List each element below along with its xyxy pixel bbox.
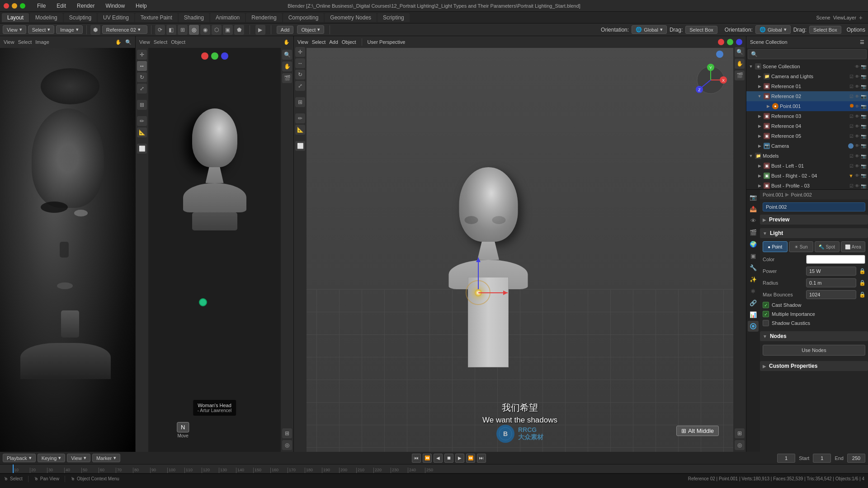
r02-vis-check[interactable]: ☑ bbox=[849, 94, 854, 99]
r04-vis-check[interactable]: ☑ bbox=[849, 124, 854, 129]
main-vp-view-menu[interactable]: View bbox=[297, 39, 308, 45]
left-vp-icon-pan[interactable]: ✋ bbox=[115, 39, 122, 45]
models-vis-eye[interactable]: 👁 bbox=[855, 154, 859, 159]
bp-vis-check[interactable]: ☑ bbox=[849, 183, 854, 188]
play-reverse-button[interactable]: ◀ bbox=[434, 454, 443, 463]
left-vp-view-menu[interactable]: View bbox=[4, 39, 14, 45]
toolbar-icon-2[interactable]: ◧ bbox=[166, 25, 176, 35]
jump-start-button[interactable]: ⏮ bbox=[412, 454, 421, 463]
tree-bust-profile[interactable]: ▶ ▣ Bust - Profile - 03 ☑ 👁 📷 bbox=[746, 181, 868, 190]
prop-tab-modifier[interactable]: 🔧 bbox=[748, 262, 759, 273]
marker-menu[interactable]: Marker ▾ bbox=[92, 454, 120, 462]
add-menu[interactable]: Add bbox=[277, 26, 294, 34]
mid-vp-view-menu[interactable]: View bbox=[139, 39, 150, 45]
r03-vis-eye[interactable]: 👁 bbox=[855, 114, 859, 119]
r01-vis-check[interactable]: ☑ bbox=[849, 84, 854, 89]
mid-right-overlay[interactable]: ◎ bbox=[282, 440, 292, 450]
main-right-pan[interactable]: ✋ bbox=[735, 59, 745, 69]
toolbar-icon-4[interactable]: ◎ bbox=[189, 25, 199, 35]
menu-window[interactable]: Window bbox=[103, 2, 127, 10]
tab-uv-editing[interactable]: UV Editing bbox=[98, 13, 134, 22]
window-controls[interactable] bbox=[4, 3, 25, 9]
select-menu[interactable]: Select ▾ bbox=[28, 25, 55, 34]
cam-vis-eye[interactable]: 👁 bbox=[855, 143, 859, 149]
nodes-header[interactable]: ▼ Nodes bbox=[760, 331, 868, 341]
r02-vis-render[interactable]: 📷 bbox=[861, 94, 866, 99]
r02-vis-eye[interactable]: 👁 bbox=[855, 94, 859, 99]
nav-gizmo[interactable]: X Y Z bbox=[694, 63, 728, 97]
prop-tab-scene[interactable]: 🎬 bbox=[748, 227, 759, 238]
mid-tool-measure[interactable]: 📐 bbox=[137, 127, 147, 137]
tree-camera[interactable]: ▶ 📷 Camera 👁 📷 bbox=[746, 141, 868, 151]
keying-menu[interactable]: Keying ▾ bbox=[38, 454, 66, 462]
status-select[interactable]: 🖱 Select bbox=[4, 476, 23, 481]
outliner-filter-icon[interactable]: ☰ bbox=[860, 39, 864, 45]
bl-vis-render[interactable]: 📷 bbox=[861, 164, 866, 169]
main-tool-measure[interactable]: 📐 bbox=[295, 125, 305, 135]
r04-vis-render[interactable]: 📷 bbox=[861, 124, 866, 129]
play-button-tl[interactable]: ▶ bbox=[455, 454, 464, 463]
tree-point001[interactable]: ▶ ● Point.001 👁 📷 bbox=[746, 101, 868, 111]
tree-camera-lights[interactable]: ▶ 📁 Camera and Lights ☑ 👁 📷 bbox=[746, 71, 868, 81]
prop-tab-world[interactable]: 🌍 bbox=[748, 239, 759, 249]
main-right-overlay[interactable]: ◎ bbox=[735, 440, 745, 450]
start-frame-display[interactable]: 1 bbox=[813, 454, 831, 463]
mid-right-camera[interactable]: 🎬 bbox=[282, 73, 292, 83]
view-menu[interactable]: View ▾ bbox=[3, 25, 26, 34]
main-tool-cursor[interactable]: ✛ bbox=[295, 47, 305, 57]
tree-ref02[interactable]: ▼ ▣ Reference 02 ☑ 👁 📷 bbox=[746, 91, 868, 101]
main-tool-rotate[interactable]: ↻ bbox=[295, 70, 305, 80]
outliner-search-input[interactable] bbox=[760, 52, 863, 57]
cast-shadow-checkbox[interactable]: ✓ bbox=[763, 302, 769, 308]
tree-models[interactable]: ▼ 📁 Models ☑ 👁 📷 bbox=[746, 151, 868, 161]
left-vp-image-menu[interactable]: Image bbox=[35, 39, 49, 45]
r01-vis-eye[interactable]: 👁 bbox=[855, 84, 859, 89]
tree-bust-right[interactable]: ▶ ▣ Bust - Right - 02 - 04 ▼ 👁 📷 bbox=[746, 171, 868, 181]
toolbar-icon-3[interactable]: ⊞ bbox=[178, 25, 188, 35]
cl-vis-check[interactable]: ☑ bbox=[849, 74, 854, 79]
max-bounces-lock-icon[interactable]: 🔒 bbox=[859, 291, 865, 298]
drag-select-box-2[interactable]: Select Box bbox=[809, 26, 841, 34]
image-menu[interactable]: Image ▾ bbox=[56, 25, 83, 34]
prop-tab-data[interactable]: 📊 bbox=[748, 309, 759, 320]
tab-scripting[interactable]: Scripting bbox=[377, 13, 410, 22]
main-tool-transform[interactable]: ⊞ bbox=[295, 97, 305, 107]
bl-vis-check[interactable]: ☑ bbox=[849, 164, 854, 169]
tree-ref04[interactable]: ▶ ▣ Reference 04 ☑ 👁 📷 bbox=[746, 121, 868, 131]
mid-tool-rotate[interactable]: ↻ bbox=[137, 72, 147, 82]
mid-right-grid[interactable]: ⊞ bbox=[282, 428, 292, 438]
prop-name-field[interactable]: Point.002 bbox=[763, 202, 865, 211]
mode-select-icon[interactable]: ⬢ bbox=[90, 25, 100, 35]
tree-bust-left[interactable]: ▶ ▣ Bust - Left - 01 ☑ 👁 📷 bbox=[746, 161, 868, 171]
playback-menu[interactable]: Playback ▾ bbox=[3, 454, 36, 462]
models-vis-render[interactable]: 📷 bbox=[861, 154, 866, 159]
prop-tab-view[interactable]: 👁 bbox=[748, 215, 759, 226]
cl-vis-eye[interactable]: 👁 bbox=[855, 74, 859, 79]
mid-vp-select-menu[interactable]: Select bbox=[154, 39, 168, 45]
r04-vis-eye[interactable]: 👁 bbox=[855, 124, 859, 129]
use-nodes-button[interactable]: Use Nodes bbox=[763, 345, 865, 356]
left-vp-select-menu[interactable]: Select bbox=[18, 39, 32, 45]
bp-vis-eye[interactable]: 👁 bbox=[855, 183, 859, 188]
mid-right-pan[interactable]: ✋ bbox=[282, 61, 292, 71]
tree-ref05[interactable]: ▶ ▣ Reference 05 ☑ 👁 📷 bbox=[746, 131, 868, 141]
main-vp-select-menu[interactable]: Select bbox=[312, 39, 326, 45]
mid-tool-cursor[interactable]: ✛ bbox=[137, 50, 147, 60]
br-vis-render[interactable]: 📷 bbox=[861, 173, 866, 178]
mid-tool-cube[interactable]: ⬜ bbox=[137, 144, 147, 154]
cam-vis-render[interactable]: 📷 bbox=[861, 143, 866, 149]
object-menu[interactable]: Object ▾ bbox=[297, 25, 324, 34]
ref-name-display[interactable]: Reference 02 ▾ bbox=[102, 25, 147, 34]
models-vis-check[interactable]: ☑ bbox=[849, 154, 854, 159]
orientation-select[interactable]: 🌐 Global ▾ bbox=[632, 25, 667, 34]
toolbar-icon-7[interactable]: ▣ bbox=[223, 25, 233, 35]
play-button[interactable]: ▶ bbox=[255, 25, 265, 35]
prop-tab-object[interactable]: ▣ bbox=[748, 250, 759, 261]
bp-vis-render[interactable]: 📷 bbox=[861, 183, 866, 188]
custom-props-header[interactable]: ▶ Custom Properties bbox=[760, 361, 868, 371]
toolbar-icon-5[interactable]: ◉ bbox=[200, 25, 210, 35]
tab-shading[interactable]: Shading bbox=[179, 13, 209, 22]
shadow-caustics-checkbox[interactable] bbox=[763, 320, 769, 326]
jump-end-button[interactable]: ⏭ bbox=[477, 454, 486, 463]
bl-vis-eye[interactable]: 👁 bbox=[855, 164, 859, 169]
